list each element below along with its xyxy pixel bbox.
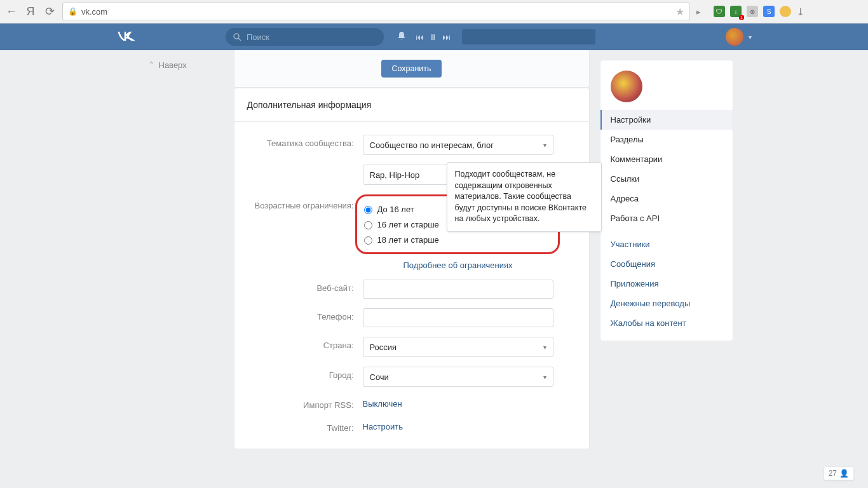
extensions-area: 🛡 ↓1 ⊕ S ⤓ bbox=[714, 6, 804, 18]
url-dropdown-icon[interactable]: ▸ bbox=[696, 7, 701, 17]
age-option-label: До 16 лет bbox=[377, 205, 414, 214]
rss-label: Импорт RSS: bbox=[247, 396, 363, 410]
age-option-18-plus[interactable]: 18 лет и старше bbox=[361, 232, 550, 247]
scroll-to-top-button[interactable]: ˄ Наверх bbox=[135, 60, 234, 70]
search-input[interactable]: Поиск bbox=[226, 28, 384, 46]
adblock-icon[interactable]: 🛡 bbox=[714, 6, 725, 17]
twitter-label: Twitter: bbox=[247, 419, 363, 433]
age-option-label: 18 лет и старше bbox=[377, 235, 439, 245]
topic-sub-value: Rap, Hip-Hop bbox=[370, 170, 420, 180]
browser-toolbar: ← Я ⟳ 🔒 vk.com ★ ▸ 🛡 ↓1 ⊕ S ⤓ bbox=[0, 0, 868, 24]
egg-icon[interactable] bbox=[780, 6, 791, 17]
country-value: Россия bbox=[370, 342, 397, 352]
topic-label: Тематика сообщества: bbox=[247, 135, 363, 155]
topic-select[interactable]: Сообщество по интересам, блог ▾ bbox=[363, 135, 553, 155]
bookmark-star-icon[interactable]: ★ bbox=[675, 6, 684, 18]
browser-refresh-button[interactable]: ⟳ bbox=[43, 4, 56, 18]
svg-line-1 bbox=[238, 38, 241, 41]
avatar bbox=[726, 28, 743, 46]
phone-input[interactable] bbox=[363, 308, 553, 327]
topic-sub-select[interactable]: Rap, Hip-Hop bbox=[363, 165, 453, 185]
sidebar-item-sections[interactable]: Разделы bbox=[600, 130, 733, 149]
city-label: Город: bbox=[247, 367, 363, 387]
lock-icon: 🔒 bbox=[68, 7, 78, 16]
sidebar-item-messages[interactable]: Сообщения bbox=[600, 254, 733, 274]
section-title: Дополнительная информация bbox=[234, 88, 589, 122]
yandex-button[interactable]: Я bbox=[24, 5, 37, 18]
user-menu[interactable]: ▾ bbox=[721, 28, 752, 46]
globe-icon[interactable]: ⊕ bbox=[747, 6, 758, 17]
topic-value: Сообщество по интересам, блог bbox=[370, 140, 494, 150]
browser-back-button[interactable]: ← bbox=[5, 5, 18, 18]
age-radio-1[interactable] bbox=[364, 206, 372, 214]
country-select[interactable]: Россия ▾ bbox=[363, 337, 553, 357]
sidebar-item-comments[interactable]: Комментарии bbox=[600, 149, 733, 169]
vk-header: Поиск ⏮ ⏸ ⏭ ▾ bbox=[0, 24, 868, 50]
sidebar-item-apps[interactable]: Приложения bbox=[600, 274, 733, 294]
chevron-down-icon: ▾ bbox=[543, 374, 546, 381]
sidebar-item-settings[interactable]: Настройки bbox=[600, 110, 733, 130]
save-button[interactable]: Сохранить bbox=[381, 60, 441, 78]
twitter-value-link[interactable]: Настроить bbox=[363, 419, 403, 431]
sidebar-item-links[interactable]: Ссылки bbox=[600, 169, 733, 189]
url-bar[interactable]: 🔒 vk.com ★ bbox=[62, 3, 690, 20]
settings-nav: Настройки Разделы Комментарии Ссылки Адр… bbox=[600, 110, 733, 333]
sidebar-item-members[interactable]: Участники bbox=[600, 234, 733, 254]
age-tooltip: Подходит сообществам, не содержащим откр… bbox=[447, 162, 602, 232]
website-label: Веб-сайт: bbox=[247, 280, 363, 299]
player-next-icon[interactable]: ⏭ bbox=[442, 32, 451, 42]
city-value: Сочи bbox=[370, 372, 389, 382]
player-pause-icon[interactable]: ⏸ bbox=[429, 32, 437, 42]
chevron-down-icon: ▾ bbox=[543, 142, 546, 149]
chevron-down-icon: ▾ bbox=[749, 34, 752, 41]
age-label: Возрастные ограничения: bbox=[247, 194, 363, 270]
svg-point-0 bbox=[234, 34, 239, 39]
more-about-limits-link[interactable]: Подробнее об ограничениях bbox=[403, 258, 512, 270]
age-radio-3[interactable] bbox=[364, 236, 372, 245]
phone-label: Телефон: bbox=[247, 308, 363, 327]
audio-player: ⏮ ⏸ ⏭ bbox=[416, 29, 595, 44]
country-label: Страна: bbox=[247, 337, 363, 357]
chevron-up-icon: ˄ bbox=[149, 60, 154, 70]
downloads-button[interactable]: ⤓ bbox=[796, 6, 804, 18]
notifications-icon[interactable] bbox=[397, 30, 407, 43]
sidebar-item-addresses[interactable]: Адреса bbox=[600, 189, 733, 208]
player-prev-icon[interactable]: ⏮ bbox=[416, 32, 424, 42]
download-icon[interactable]: ↓1 bbox=[730, 6, 742, 17]
player-track[interactable] bbox=[462, 29, 595, 44]
translate-icon[interactable]: S bbox=[763, 6, 775, 17]
scroll-top-label: Наверх bbox=[159, 60, 187, 70]
search-placeholder: Поиск bbox=[247, 32, 269, 42]
sidebar-item-api[interactable]: Работа с API bbox=[600, 208, 733, 228]
city-select[interactable]: Сочи ▾ bbox=[363, 367, 553, 387]
website-input[interactable] bbox=[363, 280, 553, 299]
sidebar-item-money[interactable]: Денежные переводы bbox=[600, 294, 733, 313]
chevron-down-icon: ▾ bbox=[543, 344, 546, 351]
age-radio-2[interactable] bbox=[364, 221, 372, 229]
url-text: vk.com bbox=[81, 7, 107, 17]
age-option-label: 16 лет и старше bbox=[377, 220, 439, 229]
search-icon bbox=[233, 33, 241, 41]
rss-value-link[interactable]: Выключен bbox=[363, 396, 402, 409]
community-avatar[interactable] bbox=[611, 71, 642, 102]
vk-logo[interactable] bbox=[116, 29, 226, 45]
sidebar-item-reports[interactable]: Жалобы на контент bbox=[600, 313, 733, 333]
